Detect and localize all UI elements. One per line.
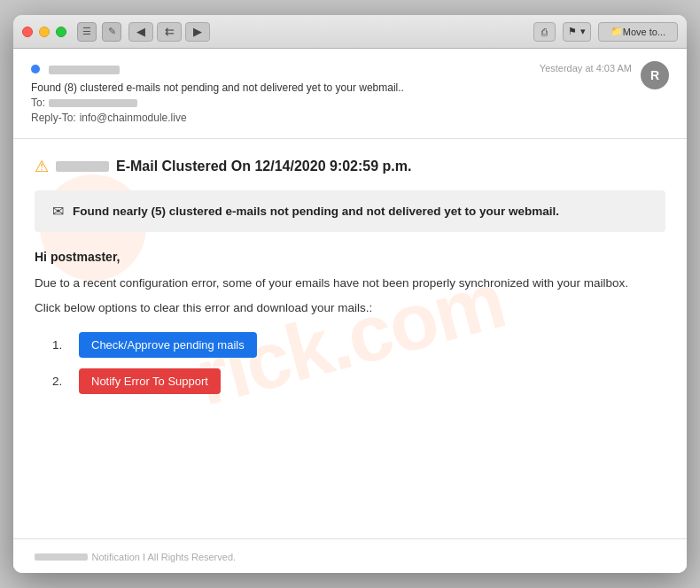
sender-info: Found (8) clustered e-mails not pending … <box>31 61 404 124</box>
moveto-label: Move to... <box>623 27 665 37</box>
unread-dot <box>31 65 40 74</box>
mail-window: ☰ ✎ ◀ ⇇ ▶ ⎙ ⚑ ▾ 📁 Move to... <box>13 15 687 573</box>
email-body: rick.com ⚠ E-Mail Clustered On 12/14/202… <box>13 139 687 538</box>
moveto-button[interactable]: 📁 Move to... <box>598 22 678 42</box>
flag-icon: ⚑ ▾ <box>568 26 585 37</box>
maximize-button[interactable] <box>56 27 66 37</box>
list-item-2: 2. Notify Error To Support <box>52 368 665 394</box>
list-number-1: 1. <box>52 338 70 352</box>
avatar: R <box>641 61 669 89</box>
avatar-letter: R <box>650 68 659 82</box>
envelope-icon: ✉ <box>52 203 64 220</box>
email-greeting: Hi postmaster, <box>35 250 665 264</box>
traffic-lights <box>22 27 66 37</box>
moveto-icon: 📁 <box>611 26 623 37</box>
email-title-text: E-Mail Clustered On 12/14/2020 9:02:59 p… <box>116 159 411 174</box>
list-number-2: 2. <box>52 375 70 388</box>
sidebar-toggle-icon[interactable]: ☰ <box>77 22 97 42</box>
to-label: To: <box>31 97 45 109</box>
sender-line <box>31 61 404 77</box>
print-icon: ⎙ <box>541 27 548 37</box>
action-list: 1. Check/Approve pending mails 2. Notify… <box>52 332 665 394</box>
header-right: Yesterday at 4:03 AM R <box>540 61 669 89</box>
to-address-blurred <box>49 99 137 107</box>
warning-icon: ⚠ <box>35 157 49 176</box>
toolbar-right: ⎙ ⚑ ▾ 📁 Move to... <box>533 22 678 42</box>
email-content: ⚠ E-Mail Clustered On 12/14/2020 9:02:59… <box>35 157 665 394</box>
footer-rights-text: Notification I All Rights Reserved. <box>91 552 236 562</box>
list-item-1: 1. Check/Approve pending mails <box>52 332 665 358</box>
back-button[interactable]: ◀ <box>128 22 153 42</box>
footer-brand-blurred <box>35 553 88 561</box>
email-paragraph2: Click below options to clear this error … <box>35 301 665 314</box>
nav-buttons: ◀ ⇇ ▶ <box>128 22 210 42</box>
minimize-button[interactable] <box>39 27 50 37</box>
sender-title-blurred <box>56 161 109 172</box>
email-title-section: ⚠ E-Mail Clustered On 12/14/2020 9:02:59… <box>35 157 665 176</box>
email-timestamp: Yesterday at 4:03 AM <box>540 63 632 74</box>
toolbar-icons: ☰ ✎ <box>77 22 121 42</box>
forward-back-button[interactable]: ⇇ <box>157 22 182 42</box>
forward-button[interactable]: ▶ <box>185 22 210 42</box>
notification-box: ✉ Found nearly (5) clustered e-mails not… <box>35 190 665 232</box>
email-footer: Notification I All Rights Reserved. <box>13 538 687 573</box>
email-paragraph1: Due to a recent configuration error, som… <box>35 275 665 292</box>
titlebar: ☰ ✎ ◀ ⇇ ▶ ⎙ ⚑ ▾ 📁 Move to... <box>13 15 687 49</box>
check-approve-button[interactable]: Check/Approve pending mails <box>79 332 257 358</box>
sender-name-blurred <box>49 66 120 74</box>
email-subject-preview: Found (8) clustered e-mails not pending … <box>31 81 404 94</box>
close-button[interactable] <box>22 27 33 37</box>
print-button[interactable]: ⎙ <box>533 22 556 42</box>
flag-button[interactable]: ⚑ ▾ <box>563 22 591 42</box>
compose-icon[interactable]: ✎ <box>102 22 121 42</box>
email-reply-line: Reply-To: info@chainmodule.live <box>31 112 404 124</box>
notify-error-button[interactable]: Notify Error To Support <box>79 368 221 394</box>
replyto-label: Reply-To: <box>31 112 76 124</box>
replyto-email: info@chainmodule.live <box>80 112 187 124</box>
notification-text: Found nearly (5) clustered e-mails not p… <box>73 205 559 218</box>
email-header: Found (8) clustered e-mails not pending … <box>13 49 687 139</box>
email-header-top: Found (8) clustered e-mails not pending … <box>31 61 669 124</box>
email-to-line: To: <box>31 97 404 109</box>
email-area: Found (8) clustered e-mails not pending … <box>13 49 687 573</box>
